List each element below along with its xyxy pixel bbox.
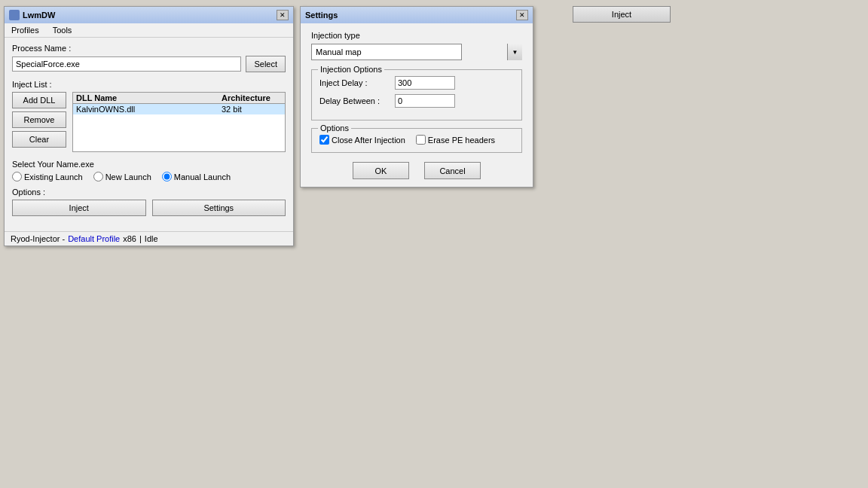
main-window: LwmDW ✕ Profiles Tools Process Name : Se… bbox=[4, 6, 294, 246]
settings-title-bar: Settings ✕ bbox=[301, 7, 533, 23]
dll-table-header: DLL Name Architecture bbox=[73, 93, 285, 104]
bottom-buttons: Inject Settings bbox=[12, 200, 286, 216]
select-name-label: Select Your Name.exe bbox=[12, 160, 286, 169]
remove-button[interactable]: Remove bbox=[12, 111, 66, 128]
erase-pe-headers-item[interactable]: Erase PE headers bbox=[416, 135, 495, 145]
cancel-button[interactable]: Cancel bbox=[424, 162, 481, 179]
options-group: Options Close After Injection Erase PE h… bbox=[311, 128, 522, 153]
radio-existing-input[interactable] bbox=[12, 172, 22, 181]
close-after-injection-label: Close After Injection bbox=[332, 136, 405, 145]
status-profile: Default Profile bbox=[68, 234, 120, 243]
radio-new[interactable]: New Launch bbox=[93, 172, 151, 181]
clear-button[interactable]: Clear bbox=[12, 131, 66, 148]
process-row: Select bbox=[12, 56, 286, 72]
inject-top-button[interactable]: Inject bbox=[573, 6, 671, 23]
main-content: Process Name : Select Inject List : Add … bbox=[5, 38, 293, 227]
close-after-injection-item[interactable]: Close After Injection bbox=[319, 135, 405, 145]
inject-list-label: Inject List : bbox=[12, 80, 286, 89]
process-name-label: Process Name : bbox=[12, 44, 286, 53]
title-bar-left: LwmDW bbox=[9, 10, 55, 20]
delay-between-label: Delay Between : bbox=[319, 96, 395, 105]
settings-window-title: Settings bbox=[305, 11, 338, 20]
status-prefix: Ryod-Injector - bbox=[11, 234, 65, 243]
close-after-injection-checkbox[interactable] bbox=[319, 135, 329, 145]
inject-list-buttons: Add DLL Remove Clear bbox=[12, 92, 66, 152]
inject-list-section: Add DLL Remove Clear DLL Name Architectu… bbox=[12, 92, 286, 152]
status-arch: x86 bbox=[123, 234, 136, 243]
add-dll-button[interactable]: Add DLL bbox=[12, 92, 66, 108]
radio-new-input[interactable] bbox=[93, 172, 103, 181]
ok-button[interactable]: OK bbox=[353, 162, 409, 179]
erase-pe-headers-checkbox[interactable] bbox=[416, 135, 426, 145]
table-row[interactable]: KalvinOWNS.dll 32 bit bbox=[73, 104, 285, 114]
menu-bar: Profiles Tools bbox=[5, 23, 293, 38]
select-button[interactable]: Select bbox=[246, 56, 286, 72]
settings-close-button[interactable]: ✕ bbox=[516, 10, 528, 20]
dll-row-name: KalvinOWNS.dll bbox=[76, 105, 222, 114]
settings-window: Settings ✕ Injection type Manual map Sta… bbox=[300, 6, 533, 188]
options-group-title: Options bbox=[318, 124, 351, 133]
radio-manual[interactable]: Manual Launch bbox=[162, 172, 231, 181]
radio-manual-label: Manual Launch bbox=[174, 172, 231, 181]
status-state: Idle bbox=[145, 234, 158, 243]
main-window-title: LwmDW bbox=[23, 11, 55, 20]
dll-table: DLL Name Architecture KalvinOWNS.dll 32 … bbox=[72, 92, 286, 152]
inject-delay-row: Inject Delay : bbox=[319, 76, 514, 90]
dll-col-arch-header: Architecture bbox=[222, 93, 282, 102]
options-label: Options : bbox=[12, 188, 286, 197]
injection-type-section: Injection type Manual map Standard injec… bbox=[311, 31, 522, 60]
settings-buttons: OK Cancel bbox=[311, 162, 522, 179]
injection-type-dropdown-wrapper: Manual map Standard injection ▼ bbox=[311, 44, 522, 60]
checkbox-row: Close After Injection Erase PE headers bbox=[319, 135, 514, 145]
dropdown-arrow-icon: ▼ bbox=[507, 44, 522, 60]
radio-existing-label: Existing Launch bbox=[24, 172, 83, 181]
inject-delay-label: Inject Delay : bbox=[319, 78, 395, 87]
app-icon bbox=[9, 10, 20, 20]
radio-new-label: New Launch bbox=[105, 172, 151, 181]
select-name-section: Select Your Name.exe Existing Launch New… bbox=[12, 160, 286, 181]
injection-type-dropdown[interactable]: Manual map Standard injection bbox=[311, 44, 462, 60]
injection-options-title: Injection Options bbox=[318, 65, 384, 74]
dll-col-name-header: DLL Name bbox=[76, 93, 222, 102]
options-section: Options : Inject Settings bbox=[12, 188, 286, 216]
process-name-input[interactable] bbox=[12, 56, 241, 72]
injection-options-group: Injection Options Inject Delay : Delay B… bbox=[311, 69, 522, 120]
inject-delay-input[interactable] bbox=[395, 76, 455, 90]
main-close-button[interactable]: ✕ bbox=[277, 10, 289, 20]
radio-existing[interactable]: Existing Launch bbox=[12, 172, 83, 181]
status-bar: Ryod-Injector - Default Profile x86 | Id… bbox=[5, 231, 293, 246]
settings-content: Injection type Manual map Standard injec… bbox=[301, 23, 533, 187]
main-title-bar: LwmDW ✕ bbox=[5, 7, 293, 23]
delay-between-input[interactable] bbox=[395, 94, 455, 108]
radio-row: Existing Launch New Launch Manual Launch bbox=[12, 172, 286, 181]
status-separator: | bbox=[139, 234, 142, 243]
delay-between-row: Delay Between : bbox=[319, 94, 514, 108]
menu-tools[interactable]: Tools bbox=[50, 25, 75, 35]
settings-button[interactable]: Settings bbox=[152, 200, 286, 216]
radio-manual-input[interactable] bbox=[162, 172, 172, 181]
inject-button[interactable]: Inject bbox=[12, 200, 146, 216]
inject-list-row: Add DLL Remove Clear DLL Name Architectu… bbox=[12, 92, 286, 152]
menu-profiles[interactable]: Profiles bbox=[9, 25, 41, 35]
erase-pe-headers-label: Erase PE headers bbox=[428, 136, 495, 145]
dll-row-arch: 32 bit bbox=[222, 105, 282, 114]
injection-type-label: Injection type bbox=[311, 31, 522, 40]
